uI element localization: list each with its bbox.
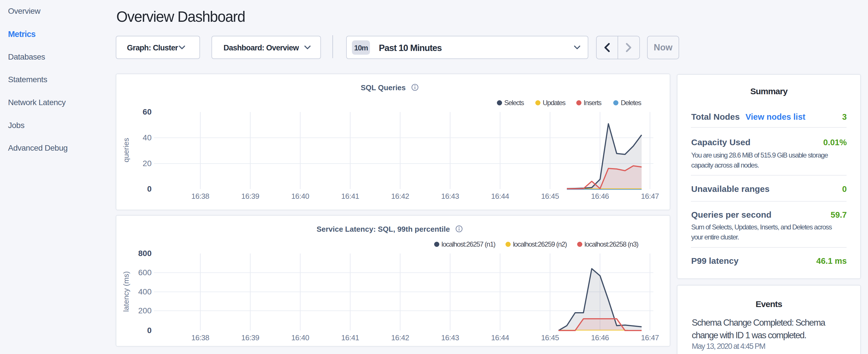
svg-text:16:46: 16:46 [591, 192, 609, 200]
svg-text:16:40: 16:40 [291, 192, 309, 200]
svg-text:20: 20 [143, 159, 152, 168]
svg-text:16:44: 16:44 [491, 192, 509, 200]
svg-text:16:39: 16:39 [241, 333, 259, 342]
svg-text:16:38: 16:38 [191, 192, 210, 200]
svg-text:0: 0 [147, 185, 152, 193]
svg-text:200: 200 [138, 306, 152, 315]
svg-text:latency (ms): latency (ms) [122, 271, 130, 312]
svg-text:40: 40 [143, 133, 152, 142]
svg-text:16:45: 16:45 [541, 192, 559, 200]
svg-text:queries: queries [122, 138, 130, 162]
svg-text:60: 60 [143, 107, 152, 116]
svg-text:400: 400 [138, 287, 152, 296]
svg-text:16:38: 16:38 [191, 333, 210, 342]
svg-text:16:43: 16:43 [441, 192, 459, 200]
svg-text:0: 0 [147, 326, 152, 335]
svg-text:16:42: 16:42 [391, 192, 409, 200]
svg-text:16:40: 16:40 [291, 333, 309, 342]
svg-text:16:39: 16:39 [241, 192, 259, 200]
svg-text:800: 800 [138, 249, 152, 258]
svg-text:16:44: 16:44 [491, 333, 509, 342]
svg-text:16:47: 16:47 [641, 333, 659, 342]
svg-text:16:41: 16:41 [341, 333, 359, 342]
svg-text:16:47: 16:47 [641, 192, 659, 200]
svg-text:16:42: 16:42 [391, 333, 409, 342]
svg-text:16:41: 16:41 [341, 192, 359, 200]
svg-text:600: 600 [138, 268, 152, 277]
svg-text:16:46: 16:46 [591, 333, 609, 342]
svg-text:16:45: 16:45 [541, 333, 559, 342]
svg-text:16:43: 16:43 [441, 333, 459, 342]
